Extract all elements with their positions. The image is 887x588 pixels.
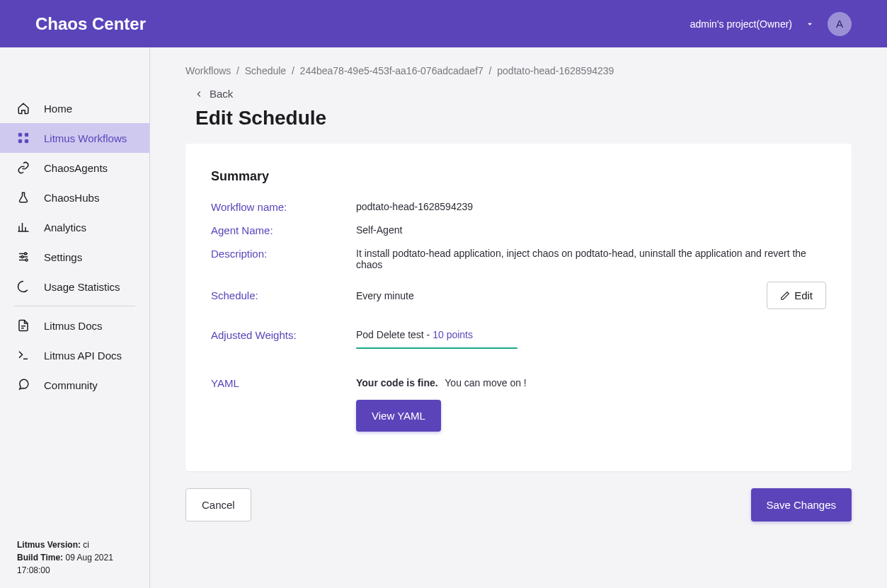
weight-bar <box>356 347 517 349</box>
agent-name-label: Agent Name: <box>211 224 356 236</box>
svg-rect-0 <box>18 133 22 137</box>
summary-card: Summary Workflow name: podtato-head-1628… <box>185 144 852 471</box>
sidebar-item-label: Usage Statistics <box>44 281 120 293</box>
link-icon <box>17 161 30 174</box>
breadcrumb: Workflows / Schedule / 244bea78-49e5-453… <box>185 65 852 76</box>
svg-point-6 <box>25 259 28 261</box>
sidebar-item-analytics[interactable]: Analytics <box>0 212 149 242</box>
sidebar-item-label: ChaosAgents <box>44 162 108 174</box>
workflow-name-label: Workflow name: <box>211 201 356 213</box>
breadcrumb-item[interactable]: Workflows <box>185 65 231 76</box>
edit-schedule-button[interactable]: Edit <box>767 282 826 309</box>
project-selector-label[interactable]: admin's project(Owner) <box>690 18 792 30</box>
version-value: ci <box>81 540 89 550</box>
sidebar-item-community[interactable]: Community <box>0 370 149 400</box>
svg-rect-1 <box>25 133 28 137</box>
chart-icon <box>17 221 30 234</box>
avatar[interactable]: A <box>828 12 852 36</box>
sidebar-item-label: Settings <box>44 251 82 263</box>
main-content: Workflows / Schedule / 244bea78-49e5-453… <box>150 47 887 588</box>
back-label: Back <box>210 88 233 100</box>
chat-icon <box>17 379 30 391</box>
sidebar-item-api[interactable]: Litmus API Docs <box>0 340 149 370</box>
agent-name-value: Self-Agent <box>356 224 826 236</box>
sidebar-footer: Litmus Version: ci Build Time: 09 Aug 20… <box>17 538 132 577</box>
view-yaml-button[interactable]: View YAML <box>356 400 441 432</box>
yaml-status-heading: Your code is fine. <box>356 377 438 388</box>
sidebar-item-docs[interactable]: Litmus Docs <box>0 311 149 340</box>
flask-icon <box>17 191 30 204</box>
sidebar-item-label: ChaosHubs <box>44 192 99 204</box>
sidebar-item-label: Community <box>44 379 98 391</box>
weight-points: 10 points <box>433 329 473 340</box>
sidebar-item-label: Home <box>44 103 72 115</box>
sidebar-item-label: Litmus Docs <box>44 320 103 332</box>
pencil-icon <box>780 291 790 301</box>
sidebar-item-workflows[interactable]: Litmus Workflows <box>0 123 149 153</box>
yaml-status-text: You can move on ! <box>445 377 526 388</box>
app-title: Chaos Center <box>35 14 146 34</box>
sliders-icon <box>17 250 30 263</box>
yaml-section: Your code is fine. You can move on ! Vie… <box>356 377 826 432</box>
build-label: Build Time: <box>17 553 63 563</box>
description-label: Description: <box>211 248 356 260</box>
breadcrumb-item[interactable]: Schedule <box>245 65 286 76</box>
description-value: It install podtato-head application, inj… <box>356 248 826 270</box>
schedule-value: Every minute <box>356 290 561 301</box>
svg-point-5 <box>21 256 23 258</box>
chevron-down-icon[interactable] <box>805 19 815 29</box>
footer-actions: Cancel Save Changes <box>185 488 852 521</box>
weight-test-name: Pod Delete test - <box>356 329 433 340</box>
sidebar-item-label: Analytics <box>44 221 86 234</box>
header-right: admin's project(Owner) A <box>690 12 852 36</box>
svg-point-4 <box>25 253 27 255</box>
sidebar-item-settings[interactable]: Settings <box>0 242 149 272</box>
svg-rect-2 <box>18 139 22 143</box>
terminal-icon <box>17 349 30 362</box>
sidebar: Home Litmus Workflows ChaosAgents ChaosH… <box>0 47 150 588</box>
sidebar-item-home[interactable]: Home <box>0 93 149 123</box>
breadcrumb-item[interactable]: 244bea78-49e5-453f-aa16-076adcadaef7 <box>300 65 483 76</box>
workflow-name-value: podtato-head-1628594239 <box>356 201 826 212</box>
back-button[interactable]: Back <box>194 88 852 100</box>
summary-heading: Summary <box>211 169 826 184</box>
weights-value: Pod Delete test - 10 points <box>356 329 826 349</box>
save-changes-button[interactable]: Save Changes <box>751 488 852 521</box>
sidebar-divider <box>14 306 135 306</box>
cancel-button[interactable]: Cancel <box>185 488 251 521</box>
version-label: Litmus Version: <box>17 540 81 550</box>
svg-rect-3 <box>25 139 28 143</box>
edit-button-label: Edit <box>794 289 813 301</box>
spinner-icon <box>17 280 30 293</box>
file-icon <box>17 319 30 332</box>
yaml-label: YAML <box>211 377 356 389</box>
schedule-label: Schedule: <box>211 289 356 301</box>
breadcrumb-item: podtato-head-1628594239 <box>497 65 614 76</box>
top-header: Chaos Center admin's project(Owner) A <box>0 0 887 47</box>
sidebar-item-usage[interactable]: Usage Statistics <box>0 272 149 301</box>
sidebar-item-hubs[interactable]: ChaosHubs <box>0 183 149 212</box>
sidebar-item-agents[interactable]: ChaosAgents <box>0 153 149 183</box>
sidebar-item-label: Litmus Workflows <box>44 132 127 144</box>
chevron-left-icon <box>194 89 204 99</box>
home-icon <box>17 102 30 115</box>
page-title: Edit Schedule <box>195 107 852 129</box>
workflows-icon <box>17 132 30 144</box>
sidebar-item-label: Litmus API Docs <box>44 350 122 362</box>
weights-label: Adjusted Weights: <box>211 329 356 341</box>
